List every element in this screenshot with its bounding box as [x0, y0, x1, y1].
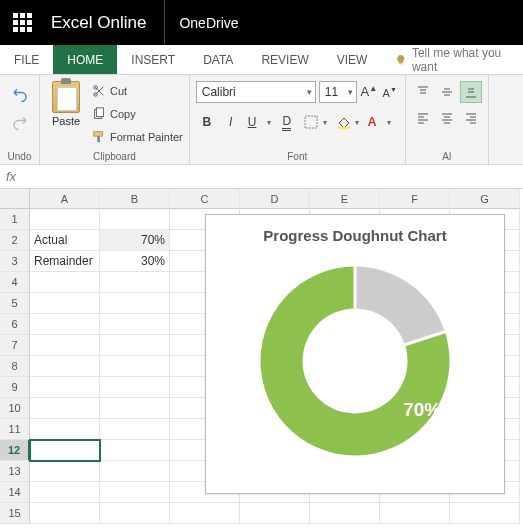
row-header-4[interactable]: 4	[0, 272, 30, 293]
row-header-7[interactable]: 7	[0, 335, 30, 356]
align-center-icon	[440, 111, 454, 125]
formula-bar[interactable]: fx	[0, 165, 523, 189]
tab-home[interactable]: HOME	[53, 45, 117, 74]
group-clipboard: Paste Cut Copy Format Painter Clipboard	[40, 75, 190, 164]
svg-rect-4	[94, 132, 103, 136]
bold-button[interactable]: B	[196, 111, 218, 133]
column-header-E[interactable]: E	[310, 189, 380, 209]
format-painter-button[interactable]: Format Painter	[92, 127, 183, 147]
group-label-font: Font	[196, 149, 399, 162]
cell-F15[interactable]	[380, 503, 450, 524]
cell-A15[interactable]	[30, 503, 100, 524]
cell-B15[interactable]	[100, 503, 170, 524]
column-header-A[interactable]: A	[30, 189, 100, 209]
align-top-button[interactable]	[412, 81, 434, 103]
cell-A6[interactable]	[30, 314, 100, 335]
paste-button[interactable]: Paste	[46, 79, 86, 149]
column-header-F[interactable]: F	[380, 189, 450, 209]
column-header-B[interactable]: B	[100, 189, 170, 209]
font-size-select[interactable]: 11	[319, 81, 357, 103]
underline-button[interactable]: U	[244, 111, 274, 133]
borders-button[interactable]	[300, 111, 330, 133]
column-header-C[interactable]: C	[170, 189, 240, 209]
cell-B11[interactable]	[100, 419, 170, 440]
cell-E15[interactable]	[310, 503, 380, 524]
cell-B1[interactable]	[100, 209, 170, 230]
column-header-D[interactable]: D	[240, 189, 310, 209]
cut-button[interactable]: Cut	[92, 81, 183, 101]
cell-A12[interactable]	[30, 440, 100, 461]
fill-color-button[interactable]	[332, 111, 362, 133]
align-center-button[interactable]	[436, 107, 458, 129]
row-header-14[interactable]: 14	[0, 482, 30, 503]
redo-button[interactable]	[9, 111, 31, 133]
italic-button[interactable]: I	[220, 111, 242, 133]
font-name-select[interactable]: Calibri	[196, 81, 316, 103]
row-header-12[interactable]: 12	[0, 440, 30, 461]
group-label-alignment: Al	[412, 149, 482, 162]
double-underline-button[interactable]: D	[276, 111, 298, 133]
align-left-button[interactable]	[412, 107, 434, 129]
copy-button[interactable]: Copy	[92, 104, 183, 124]
row-header-5[interactable]: 5	[0, 293, 30, 314]
cell-B7[interactable]	[100, 335, 170, 356]
cell-A11[interactable]	[30, 419, 100, 440]
cell-A8[interactable]	[30, 356, 100, 377]
cell-B10[interactable]	[100, 398, 170, 419]
copy-icon	[92, 107, 106, 121]
tab-review[interactable]: REVIEW	[247, 45, 322, 74]
tab-file[interactable]: FILE	[0, 45, 53, 74]
undo-button[interactable]	[9, 83, 31, 105]
column-headers: ABCDEFG	[30, 189, 523, 209]
cell-B5[interactable]	[100, 293, 170, 314]
cell-B9[interactable]	[100, 377, 170, 398]
location-onedrive[interactable]: OneDrive	[164, 0, 252, 45]
cell-C15[interactable]	[170, 503, 240, 524]
align-right-button[interactable]	[460, 107, 482, 129]
row-header-6[interactable]: 6	[0, 314, 30, 335]
cell-B4[interactable]	[100, 272, 170, 293]
row-header-2[interactable]: 2	[0, 230, 30, 251]
row-header-8[interactable]: 8	[0, 356, 30, 377]
app-launcher-button[interactable]	[0, 0, 45, 45]
cell-A4[interactable]	[30, 272, 100, 293]
row-header-3[interactable]: 3	[0, 251, 30, 272]
cell-B2[interactable]: 70%	[100, 230, 170, 251]
cell-B12[interactable]	[100, 440, 170, 461]
tab-data[interactable]: DATA	[189, 45, 247, 74]
cell-B13[interactable]	[100, 461, 170, 482]
cell-A9[interactable]	[30, 377, 100, 398]
cell-D15[interactable]	[240, 503, 310, 524]
align-bottom-button[interactable]	[460, 81, 482, 103]
cell-A7[interactable]	[30, 335, 100, 356]
row-header-11[interactable]: 11	[0, 419, 30, 440]
align-middle-icon	[440, 85, 454, 99]
cell-A1[interactable]	[30, 209, 100, 230]
cell-A13[interactable]	[30, 461, 100, 482]
align-middle-button[interactable]	[436, 81, 458, 103]
select-all-corner[interactable]	[0, 189, 30, 209]
row-header-13[interactable]: 13	[0, 461, 30, 482]
cell-B3[interactable]: 30%	[100, 251, 170, 272]
cell-A14[interactable]	[30, 482, 100, 503]
tell-me-search[interactable]: Tell me what you want	[381, 45, 523, 74]
cell-B8[interactable]	[100, 356, 170, 377]
row-header-15[interactable]: 15	[0, 503, 30, 524]
cell-A5[interactable]	[30, 293, 100, 314]
tab-view[interactable]: VIEW	[323, 45, 382, 74]
shrink-font-button[interactable]: A▼	[381, 81, 399, 103]
cell-A10[interactable]	[30, 398, 100, 419]
row-header-10[interactable]: 10	[0, 398, 30, 419]
cell-B6[interactable]	[100, 314, 170, 335]
column-header-G[interactable]: G	[450, 189, 520, 209]
cell-B14[interactable]	[100, 482, 170, 503]
chart-object[interactable]: Progress Doughnut Chart 70%	[205, 214, 505, 494]
row-header-1[interactable]: 1	[0, 209, 30, 230]
cell-A2[interactable]: Actual	[30, 230, 100, 251]
font-color-button[interactable]: A	[364, 111, 394, 133]
cell-G15[interactable]	[450, 503, 520, 524]
cell-A3[interactable]: Remainder	[30, 251, 100, 272]
row-header-9[interactable]: 9	[0, 377, 30, 398]
grow-font-button[interactable]: A▲	[360, 81, 378, 103]
tab-insert[interactable]: INSERT	[117, 45, 189, 74]
